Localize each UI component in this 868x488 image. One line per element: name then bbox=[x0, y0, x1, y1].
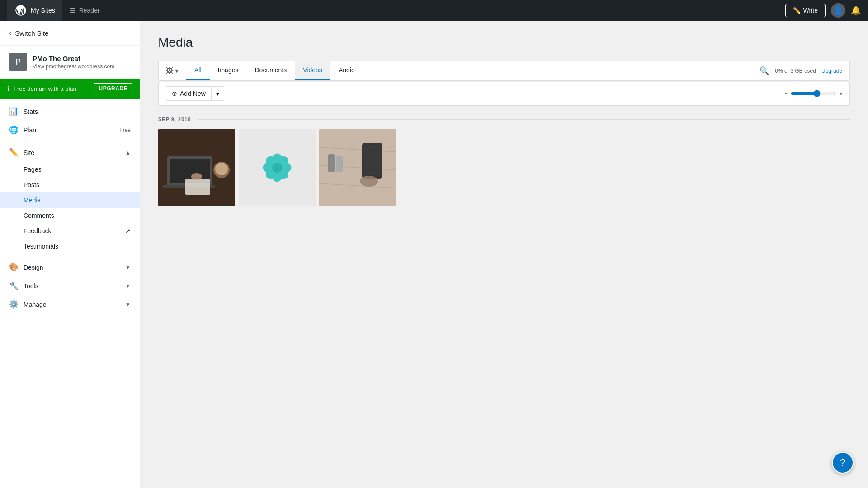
sidebar-divider bbox=[0, 141, 140, 141]
add-new-bar: ⊕ Add New ▾ ▪ ▪ bbox=[158, 82, 850, 106]
write-icon: ✏️ bbox=[793, 7, 801, 14]
sidebar-item-design-label: Design bbox=[24, 264, 120, 271]
media-toolbar: 🖼 ▾ All Images Documents Videos Audio bbox=[158, 61, 850, 81]
sidebar-item-design[interactable]: 🎨 Design ▼ bbox=[0, 258, 140, 277]
add-new-group: ⊕ Add New ▾ bbox=[166, 86, 224, 101]
write-label: Write bbox=[803, 7, 818, 14]
page-title: Media bbox=[158, 35, 850, 50]
content-area: Media 🖼 ▾ All Images Documents bbox=[140, 21, 868, 488]
sidebar-item-tools[interactable]: 🔧 Tools ▼ bbox=[0, 277, 140, 295]
posts-label: Posts bbox=[24, 181, 39, 188]
size-slider-container: ▪ ▪ bbox=[785, 89, 842, 99]
plan-badge: Free bbox=[119, 127, 131, 133]
reader-nav[interactable]: ☰ Reader bbox=[62, 0, 107, 21]
help-icon: ? bbox=[840, 457, 845, 469]
design-chevron-icon: ▼ bbox=[125, 264, 131, 271]
flower-svg bbox=[257, 147, 297, 188]
main-layout: ‹ Switch Site P PMo The Great View pmoth… bbox=[0, 21, 868, 488]
sidebar-item-stats[interactable]: 📊 Stats bbox=[0, 102, 140, 121]
media-item-3[interactable] bbox=[319, 129, 396, 206]
tab-images[interactable]: Images bbox=[210, 61, 247, 80]
site-chevron-icon: ▲ bbox=[125, 150, 131, 156]
date-section-label: SEP 9, 2018 bbox=[158, 117, 850, 122]
pages-label: Pages bbox=[24, 166, 42, 173]
design-icon: 🎨 bbox=[9, 263, 18, 272]
site-sub-items: Pages Posts Media Comments Feedback ↗ Te… bbox=[0, 162, 140, 254]
plan-icon: 🌐 bbox=[9, 125, 18, 135]
add-new-button[interactable]: ⊕ Add New bbox=[166, 86, 212, 101]
media-thumb-image-1 bbox=[158, 129, 235, 206]
avatar-icon: 👤 bbox=[833, 5, 843, 15]
info-circle-icon: ℹ bbox=[7, 84, 10, 93]
sidebar-item-plan[interactable]: 🌐 Plan Free bbox=[0, 121, 140, 139]
reader-icon: ☰ bbox=[70, 7, 75, 14]
sidebar-subitem-media[interactable]: Media bbox=[0, 192, 140, 208]
notifications-bell-icon[interactable]: 🔔 bbox=[851, 5, 861, 15]
tab-videos[interactable]: Videos bbox=[295, 61, 330, 80]
size-slider[interactable] bbox=[791, 90, 836, 97]
write-button[interactable]: ✏️ Write bbox=[785, 4, 826, 17]
site-info: P PMo The Great View pmothegreat.wordpre… bbox=[0, 46, 140, 79]
external-link-icon: ↗ bbox=[125, 227, 131, 235]
sidebar-subitem-comments[interactable]: Comments bbox=[0, 208, 140, 223]
thumbnail-1-svg bbox=[158, 129, 235, 206]
site-name: PMo The Great bbox=[33, 55, 114, 62]
reader-label: Reader bbox=[79, 7, 100, 14]
sidebar-item-tools-label: Tools bbox=[24, 282, 120, 290]
size-small-icon: ▪ bbox=[785, 90, 787, 97]
sidebar-item-manage[interactable]: ⚙️ Manage ▼ bbox=[0, 295, 140, 314]
upgrade-banner-text: Free domain with a plan bbox=[14, 85, 76, 92]
filter-dropdown-icon: ▾ bbox=[175, 66, 179, 75]
add-new-dropdown-button[interactable]: ▾ bbox=[212, 86, 224, 101]
comments-label: Comments bbox=[24, 212, 54, 219]
back-arrow-icon: ‹ bbox=[9, 29, 11, 37]
site-icon: P bbox=[9, 53, 27, 71]
my-sites-label: My Sites bbox=[31, 7, 55, 14]
upgrade-banner[interactable]: ℹ Free domain with a plan UPGRADE bbox=[0, 79, 140, 99]
svg-rect-21 bbox=[336, 156, 343, 172]
svg-point-19 bbox=[360, 176, 378, 187]
date-text: SEP 9, 2018 bbox=[158, 117, 191, 122]
sidebar-subitem-posts[interactable]: Posts bbox=[0, 177, 140, 192]
sidebar-item-stats-label: Stats bbox=[24, 108, 131, 115]
stats-icon: 📊 bbox=[9, 107, 18, 116]
sidebar-navigation: 📊 Stats 🌐 Plan Free ✏️ Site ▲ Pages bbox=[0, 99, 140, 488]
media-grid bbox=[158, 129, 850, 206]
add-new-icon: ⊕ bbox=[172, 90, 177, 97]
wordpress-logo-icon bbox=[14, 4, 27, 17]
tools-icon: 🔧 bbox=[9, 281, 18, 291]
sidebar-item-site-label: Site bbox=[24, 149, 120, 156]
svg-rect-20 bbox=[328, 154, 335, 172]
svg-point-12 bbox=[272, 163, 282, 173]
add-new-label: Add New bbox=[180, 90, 206, 97]
filter-icon-button[interactable]: 🖼 ▾ bbox=[159, 61, 186, 80]
tab-all[interactable]: All bbox=[186, 61, 210, 80]
svg-point-7 bbox=[191, 173, 202, 180]
site-nav-icon: ✏️ bbox=[9, 148, 18, 157]
switch-site-label: Switch Site bbox=[15, 29, 48, 37]
user-avatar[interactable]: 👤 bbox=[831, 3, 845, 18]
site-url[interactable]: View pmothegreat.wordpress.com bbox=[33, 63, 114, 70]
help-fab-button[interactable]: ? bbox=[832, 452, 854, 474]
tab-audio[interactable]: Audio bbox=[330, 61, 363, 80]
storage-upgrade-link[interactable]: Upgrade bbox=[821, 68, 842, 74]
sidebar-subitem-testimonials[interactable]: Testimonials bbox=[0, 239, 140, 254]
my-sites-nav[interactable]: My Sites bbox=[7, 0, 62, 21]
sidebar-subitem-pages[interactable]: Pages bbox=[0, 162, 140, 177]
sidebar: ‹ Switch Site P PMo The Great View pmoth… bbox=[0, 21, 140, 488]
search-icon[interactable]: 🔍 bbox=[760, 66, 769, 76]
switch-site-button[interactable]: ‹ Switch Site bbox=[0, 21, 140, 46]
svg-rect-18 bbox=[364, 145, 381, 175]
sidebar-item-plan-label: Plan bbox=[24, 127, 114, 134]
media-item-2[interactable] bbox=[239, 129, 316, 206]
tools-chevron-icon: ▼ bbox=[125, 283, 131, 289]
sidebar-item-site[interactable]: ✏️ Site ▲ bbox=[0, 143, 140, 162]
sidebar-subitem-feedback[interactable]: Feedback ↗ bbox=[0, 223, 140, 239]
media-item-1[interactable] bbox=[158, 129, 235, 206]
tab-documents[interactable]: Documents bbox=[246, 61, 295, 80]
upgrade-banner-button[interactable]: UPGRADE bbox=[94, 83, 132, 94]
testimonials-label: Testimonials bbox=[24, 243, 58, 250]
add-new-dropdown-icon: ▾ bbox=[216, 90, 219, 97]
media-label: Media bbox=[24, 197, 41, 204]
upgrade-banner-left: ℹ Free domain with a plan bbox=[7, 84, 76, 93]
